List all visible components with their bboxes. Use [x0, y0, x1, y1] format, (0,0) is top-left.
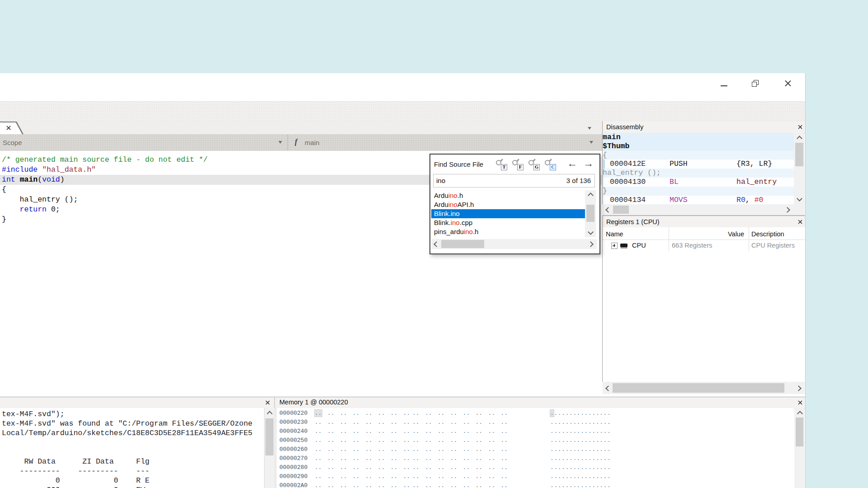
window-minimize-button[interactable] — [713, 76, 734, 94]
scroll-up-icon[interactable] — [797, 411, 803, 417]
close-icon[interactable] — [784, 80, 791, 87]
instruction-mnemonic: MOVS — [670, 196, 688, 204]
disassembly-row: { — [603, 151, 794, 160]
disassembly-source-line: hal_entry (); — [603, 169, 661, 177]
memory-ascii: ................ — [550, 472, 611, 481]
search-filter-c-icon[interactable]: C — [544, 159, 556, 170]
memory-vscroll-thumb[interactable] — [796, 418, 803, 446]
editor-tab-bar — [0, 121, 602, 135]
disassembly-row: main — [603, 133, 794, 142]
disassembly-panel-title: Disassembly — [606, 123, 643, 131]
scroll-right-icon[interactable] — [784, 207, 790, 213]
memory-address: 00000250 — [279, 436, 307, 445]
code-line: hal_entry (); — [2, 195, 78, 205]
disassembly-vscroll-thumb[interactable] — [795, 143, 803, 166]
instruction-address: 0000412E — [610, 160, 646, 169]
disassembly-symbol: main — [603, 133, 621, 141]
disassembly-hscrollbar[interactable] — [603, 204, 794, 216]
cpu-chip-icon — [620, 243, 629, 249]
scroll-up-icon[interactable] — [797, 136, 802, 141]
code-line: #include "hal_data.h" — [2, 165, 96, 175]
memory-panel[interactable]: 00000220.. .. .. .. .. .. .. .... .. .. … — [277, 408, 794, 488]
disassembly-hscroll-thumb[interactable] — [613, 206, 629, 214]
instruction-address: 00004130 — [610, 178, 646, 187]
find-list-vscroll-thumb[interactable] — [586, 205, 594, 222]
memory-vscrollbar[interactable] — [794, 408, 805, 488]
registers-close-icon[interactable] — [798, 220, 802, 224]
disassembly-body[interactable]: main$Thumb{0000412EPUSH{R3, LR}hal_entry… — [602, 133, 794, 204]
memory-close-icon[interactable] — [798, 400, 802, 405]
find-result-item[interactable]: ArduinoAPI.h — [431, 200, 585, 209]
memory-row: 00000270.. .. .. .. .. .. .. .... .. .. … — [277, 454, 794, 463]
scroll-left-icon[interactable] — [605, 385, 611, 391]
memory-row: 00000230.. .. .. .. .. .. .. .... .. .. … — [277, 418, 794, 427]
scroll-right-icon[interactable] — [588, 241, 594, 247]
memory-hex-bytes: .. .. .. .. .. .. .. .. — [315, 472, 410, 481]
search-filter-g-icon[interactable]: G — [528, 159, 540, 170]
memory-hex-bytes: .. .. .. .. .. .. .. .. — [412, 436, 508, 445]
scroll-left-icon[interactable] — [434, 241, 439, 247]
scroll-down-icon[interactable] — [797, 196, 802, 202]
expand-plus-icon[interactable] — [611, 243, 618, 249]
find-search-input[interactable]: ino 3 of 136 — [433, 174, 595, 188]
code-line: } — [2, 215, 6, 225]
search-filter-t-icon[interactable]: T — [495, 159, 507, 170]
find-result-item[interactable]: Arduino.h — [431, 191, 585, 200]
console-vscrollbar[interactable] — [264, 408, 274, 488]
find-result-item[interactable]: Blink.ino.cpp — [431, 218, 585, 227]
disassembly-symbol: $Thumb — [603, 142, 629, 150]
find-result-item[interactable]: Blink.ino — [431, 209, 585, 218]
instruction-mnemonic: PUSH — [670, 160, 688, 169]
memory-address: 00000230 — [279, 418, 307, 427]
scroll-right-icon[interactable] — [796, 385, 802, 391]
registers-col-value[interactable]: Value — [672, 230, 744, 238]
memory-row: 000002A0.. .. .. .. .. .. .. .... .. .. … — [277, 481, 794, 488]
toolbar — [0, 101, 805, 122]
restore-icon[interactable] — [752, 80, 759, 87]
memory-ascii: ................ — [550, 481, 611, 488]
memory-address: 00000260 — [279, 445, 307, 454]
memory-hex-bytes: .. .. .. .. .. .. .. .. — [315, 445, 410, 454]
function-combo-chevron-down-icon[interactable] — [590, 141, 593, 144]
registers-hscroll-thumb[interactable] — [613, 383, 784, 393]
disassembly-close-icon[interactable] — [798, 125, 802, 129]
scope-combo-label[interactable]: Scope — [3, 139, 22, 146]
search-filter-f-icon[interactable]: F — [512, 159, 524, 170]
minimize-icon[interactable] — [721, 85, 727, 86]
bottom-panel-divider — [274, 397, 275, 408]
registers-col-description[interactable]: Description — [751, 230, 784, 238]
memory-row: 00000250.. .. .. .. .. .. .. .... .. .. … — [277, 436, 794, 445]
memory-hex-bytes: .. .. .. .. .. .. .. .. — [412, 427, 508, 436]
scroll-up-icon[interactable] — [267, 411, 273, 417]
register-row-name[interactable]: CPU — [632, 242, 646, 249]
memory-address: 00000290 — [279, 472, 307, 481]
instruction-address: 00004134 — [610, 196, 646, 204]
tab-close-icon[interactable] — [6, 126, 11, 130]
find-list-vscrollbar[interactable] — [585, 190, 596, 237]
find-results-list: Arduino.hArduinoAPI.hBlink.inoBlink.ino.… — [431, 190, 585, 237]
find-dialog-title: Find Source File — [434, 160, 483, 168]
tab-list-chevron-down-icon[interactable] — [588, 127, 591, 130]
window-titlebar — [0, 73, 805, 101]
console-vscroll-thumb[interactable] — [265, 418, 274, 455]
back-arrow-icon[interactable]: ← — [567, 158, 577, 168]
find-result-item[interactable]: pins_arduino.h — [431, 227, 585, 236]
disassembly-vscrollbar[interactable] — [794, 133, 805, 204]
scroll-down-icon[interactable] — [588, 229, 594, 235]
memory-hex-bytes: .. .. .. .. .. .. .. .. — [412, 454, 508, 463]
scroll-up-icon[interactable] — [588, 192, 594, 198]
disassembly-panel-titlebar: Disassembly — [602, 121, 805, 133]
scroll-left-icon[interactable] — [605, 207, 611, 213]
scope-combo-chevron-down-icon[interactable] — [278, 141, 282, 144]
console-close-icon[interactable] — [265, 400, 270, 405]
memory-hex-bytes: .. .. .. .. .. .. .. .. — [315, 436, 410, 445]
registers-header-divider — [603, 239, 805, 240]
disassembly-row: } — [603, 187, 794, 196]
find-list-hscrollbar[interactable] — [431, 239, 597, 249]
registers-col-name[interactable]: Name — [606, 230, 623, 238]
registers-panel-titlebar: Registers 1 (CPU) — [602, 216, 805, 228]
function-combo-label[interactable]: main — [305, 139, 320, 146]
find-list-hscroll-thumb[interactable] — [441, 240, 484, 248]
forward-arrow-icon[interactable]: → — [583, 158, 594, 168]
registers-hscrollbar[interactable] — [603, 382, 805, 394]
